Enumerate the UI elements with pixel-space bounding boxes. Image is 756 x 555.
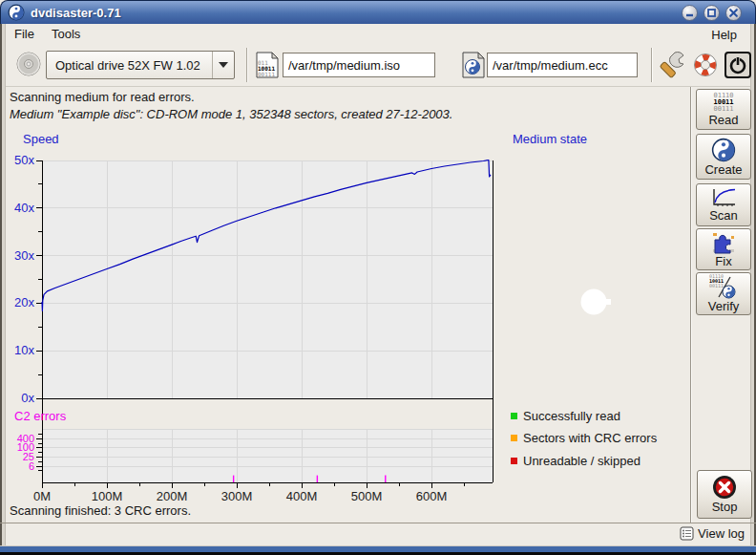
create-yinyang-icon: [711, 138, 736, 162]
svg-text:0x: 0x: [21, 391, 34, 405]
legend-green-swatch: [511, 413, 517, 419]
create-button-label: Create: [704, 162, 742, 177]
svg-text:300M: 300M: [221, 489, 253, 503]
scan-button-label: Scan: [709, 208, 738, 223]
legend-item-ok: Successfully read: [511, 409, 620, 423]
drive-selector[interactable]: Optical drive 52X FW 1.02: [46, 51, 235, 79]
bottom-bar: View log: [0, 523, 756, 545]
scan-button[interactable]: Scan: [696, 183, 751, 226]
read-button-label: Read: [708, 113, 738, 127]
preferences-wrench-icon[interactable]: [659, 50, 687, 80]
optical-drive-icon: [15, 51, 42, 77]
view-log-button[interactable]: View log: [680, 526, 745, 541]
legend-ok-label: Successfully read: [523, 409, 620, 423]
status-line1: Scanning medium for read errors.: [10, 90, 452, 104]
finish-status-text: Scanning finished: 3 CRC errors.: [10, 503, 191, 518]
menu-help[interactable]: Help: [705, 26, 743, 44]
svg-text:0M: 0M: [33, 489, 51, 503]
minimize-button[interactable]: [682, 5, 698, 21]
create-button[interactable]: Create: [696, 134, 751, 180]
legend-red-swatch: [511, 458, 517, 464]
legend-item-crc: Sectors with CRC errors: [511, 431, 657, 445]
menu-file[interactable]: File: [6, 25, 43, 43]
verify-icon: 01110 10011 00111: [709, 274, 738, 299]
window-border-left: [0, 24, 6, 545]
drive-selector-arrow[interactable]: [212, 52, 234, 78]
sidebar-separator: [690, 87, 692, 523]
read-button[interactable]: 01110 10011 00111 Read: [696, 89, 751, 130]
svg-text:500M: 500M: [351, 489, 383, 503]
help-lifebuoy-icon[interactable]: [691, 51, 720, 79]
view-log-icon: [680, 526, 694, 541]
scan-chart-icon: [710, 187, 737, 208]
status-area: Scanning medium for read errors. Medium …: [10, 90, 452, 121]
svg-text:6: 6: [29, 460, 34, 472]
legend-orange-swatch: [511, 435, 517, 441]
iso-image-icon: 011 10011 00111: [256, 52, 279, 78]
maximize-icon: [706, 8, 717, 18]
svg-text:400M: 400M: [286, 489, 318, 503]
window-title: dvdisaster-0.71: [31, 6, 121, 20]
window-border-bottom: [0, 545, 756, 555]
ecc-image-icon: [462, 52, 485, 78]
menu-tools[interactable]: Tools: [43, 25, 89, 43]
status-line2: Medium "Example disc": CD-ROM mode 1, 35…: [10, 107, 452, 121]
stop-icon: [712, 475, 737, 500]
svg-text:40x: 40x: [14, 201, 34, 215]
stop-button-label: Stop: [712, 500, 738, 514]
fix-button[interactable]: Fix: [696, 228, 751, 270]
close-icon: [728, 8, 739, 18]
toolbar-separator-2: [651, 48, 653, 82]
close-button[interactable]: [725, 5, 742, 21]
fix-puzzle-icon: [711, 231, 736, 254]
stop-button[interactable]: Stop: [697, 470, 752, 519]
svg-text:30x: 30x: [14, 248, 34, 263]
maximize-button[interactable]: [704, 5, 720, 21]
speed-chart-title: Speed: [23, 132, 59, 146]
quit-power-icon[interactable]: [724, 51, 752, 79]
legend-crc-label: Sectors with CRC errors: [523, 431, 657, 445]
verify-button-label: Verify: [708, 299, 740, 313]
chevron-down-icon: [219, 62, 228, 68]
minimize-icon: [684, 8, 695, 18]
svg-text:20x: 20x: [14, 295, 34, 310]
svg-text:10x: 10x: [14, 343, 34, 357]
verify-button[interactable]: 01110 10011 00111 Verify: [696, 272, 751, 315]
view-log-label: View log: [698, 526, 745, 541]
toolbar-separator: [246, 48, 248, 82]
svg-text:100M: 100M: [92, 489, 123, 503]
drive-selector-value: Optical drive 52X FW 1.02: [47, 58, 212, 73]
ecc-file-input[interactable]: [487, 53, 638, 77]
medium-state-title: Medium state: [513, 132, 587, 146]
iso-file-input[interactable]: [283, 53, 435, 77]
toolbar: Optical drive 52X FW 1.02 011 10011 0011…: [6, 44, 750, 87]
legend-item-unreadable: Unreadable / skipped: [511, 454, 640, 468]
app-window: 0x10x20x30x40x50x4001002560M100M200M300M…: [0, 0, 756, 555]
fix-button-label: Fix: [715, 254, 731, 268]
svg-text:50x: 50x: [14, 153, 34, 167]
svg-text:600M: 600M: [416, 489, 448, 503]
svg-text:200M: 200M: [157, 489, 188, 503]
read-icon: 01110 10011 00111: [713, 93, 733, 113]
c2-errors-title: C2 errors: [14, 409, 66, 423]
legend-unreadable-label: Unreadable / skipped: [523, 454, 640, 468]
menubar: File Tools Help: [6, 24, 750, 44]
titlebar[interactable]: dvdisaster-0.71: [0, 0, 756, 24]
app-logo-icon: [8, 4, 25, 21]
